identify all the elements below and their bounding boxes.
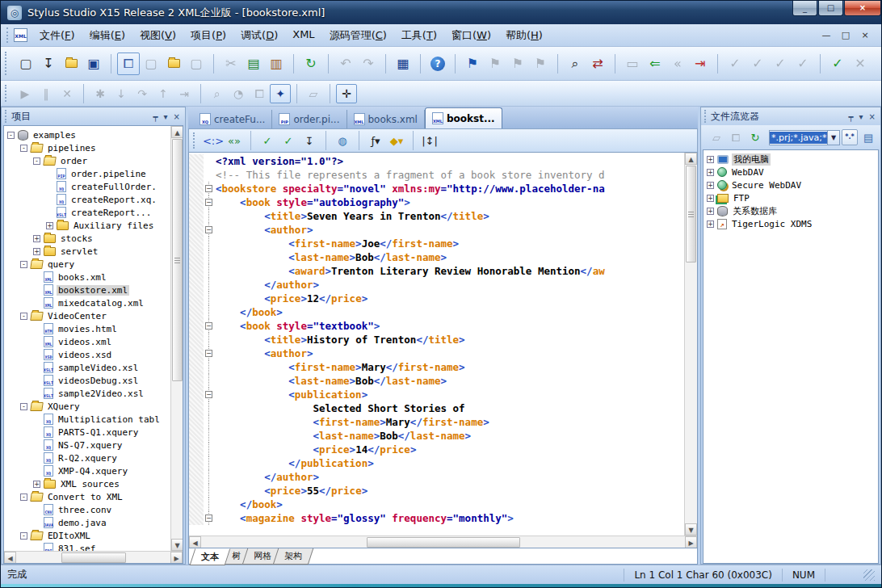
- scroll-down-arrow[interactable]: ▼: [685, 523, 697, 536]
- project-item-ns-q7.xquery[interactable]: XQNS-Q7.xquery: [6, 439, 170, 452]
- explorer-item-secure-webdav[interactable]: +Secure WebDAV: [705, 178, 878, 191]
- menu-item-帮助[interactable]: 帮助(H): [498, 26, 550, 45]
- minimize-button[interactable]: _: [792, 1, 817, 16]
- mdi-minimize-button[interactable]: —: [820, 30, 833, 40]
- selection-margin[interactable]: [189, 415, 204, 429]
- fold-collapse-icon[interactable]: −: [205, 391, 212, 398]
- selection-margin[interactable]: [189, 305, 204, 319]
- collapse-icon[interactable]: -: [20, 403, 27, 410]
- bookmark-button[interactable]: ⚑: [461, 52, 484, 75]
- editor-tab-order.pi...[interactable]: PIPorder.pi...: [272, 110, 346, 128]
- set-filter-button[interactable]: *.*: [842, 129, 858, 145]
- selection-margin[interactable]: [189, 154, 204, 168]
- functions-button[interactable]: ƒ▾: [365, 131, 386, 150]
- explorer-item-我的电脑[interactable]: +我的电脑: [705, 153, 878, 166]
- project-item-xmp-q4.xquery[interactable]: XQXMP-Q4.xquery: [6, 464, 170, 477]
- selection-margin[interactable]: [189, 209, 204, 223]
- resize-grip[interactable]: [863, 569, 875, 581]
- expand-icon[interactable]: +: [33, 235, 40, 242]
- menu-item-视图[interactable]: 视图(V): [132, 26, 183, 45]
- selection-margin[interactable]: [189, 470, 204, 484]
- debug-toolbar-grip[interactable]: [5, 85, 8, 103]
- scroll-right-arrow[interactable]: ▶: [170, 552, 183, 564]
- selection-margin[interactable]: [189, 429, 204, 443]
- selection-margin[interactable]: [189, 278, 204, 292]
- selection-margin[interactable]: [189, 168, 204, 182]
- project-item-examples[interactable]: -examples: [6, 128, 170, 141]
- panel-grip[interactable]: [704, 110, 707, 122]
- word-wrap-button[interactable]: «»: [224, 131, 245, 150]
- project-tree-vscrollbar[interactable]: ▲ ▼: [170, 126, 183, 551]
- toolbar-grip[interactable]: [5, 52, 8, 75]
- project-item-auxiliary-files[interactable]: +Auxiliary files: [6, 219, 170, 232]
- pretty-print-button[interactable]: <:>: [203, 131, 224, 150]
- fold-collapse-icon[interactable]: −: [205, 226, 212, 233]
- chevron-down-icon[interactable]: ▾: [164, 112, 168, 121]
- project-item-createreport.xq.[interactable]: XQcreateReport.xq.: [6, 193, 170, 206]
- collapse-icon[interactable]: -: [33, 158, 40, 165]
- project-item-samplevideo.xsl[interactable]: XSLTsampleVideo.xsl: [6, 361, 170, 374]
- goto-line-button[interactable]: ⇐: [644, 52, 666, 75]
- selection-margin[interactable]: [189, 264, 204, 278]
- expand-icon[interactable]: +: [707, 169, 714, 176]
- editor-tab-createfu...[interactable]: XQcreateFu...: [193, 110, 272, 128]
- collapse-icon[interactable]: -: [20, 313, 27, 320]
- editor-tab-books.xml[interactable]: XMLbooks.xml: [347, 110, 425, 128]
- explorer-item-关系数据库[interactable]: +关系数据库: [705, 204, 878, 217]
- selection-margin[interactable]: [189, 182, 204, 195]
- collapse-icon[interactable]: -: [20, 494, 27, 501]
- project-item-demo.java[interactable]: JAVAdemo.java: [6, 516, 170, 529]
- selection-margin[interactable]: [189, 456, 204, 470]
- selection-margin[interactable]: [189, 223, 204, 237]
- selection-margin[interactable]: [189, 237, 204, 250]
- project-item-xml-sources[interactable]: +XML sources: [6, 477, 170, 490]
- scroll-left-arrow[interactable]: ◀: [189, 536, 201, 548]
- import-document-button[interactable]: ↧: [37, 52, 60, 75]
- replace-button[interactable]: ⇄: [586, 52, 609, 75]
- title-bar[interactable]: ◎ Stylus Studio X15 Release 2 XML企业版 - […: [1, 1, 881, 24]
- chevron-down-icon[interactable]: ▾: [859, 112, 863, 121]
- scroll-thumb[interactable]: [61, 552, 126, 563]
- copy-path-button[interactable]: ▤: [859, 128, 877, 146]
- editor-hscrollbar[interactable]: ◀ ▶: [189, 536, 697, 548]
- selection-margin[interactable]: [189, 443, 204, 456]
- open-folder-button[interactable]: [60, 52, 82, 75]
- editor-tab-bookst...[interactable]: XMLbookst...: [425, 107, 502, 128]
- expand-icon[interactable]: +: [46, 222, 53, 229]
- copy-button[interactable]: ▤: [242, 52, 265, 75]
- selection-margin[interactable]: [189, 292, 204, 305]
- schema-mapping-button[interactable]: ◆▾: [386, 131, 407, 150]
- collapse-icon[interactable]: -: [20, 145, 27, 152]
- explorer-item-ftp[interactable]: +FTP: [705, 191, 878, 204]
- project-tree-hscrollbar[interactable]: ◀ ▶: [4, 551, 183, 563]
- project-item-sample2video.xsl[interactable]: XSLTsample2Video.xsl: [6, 387, 170, 400]
- match-tag-button[interactable]: |↕|: [419, 131, 440, 150]
- editor-toolbar-grip[interactable]: [193, 132, 196, 149]
- project-item-servlet[interactable]: +servlet: [6, 245, 170, 258]
- mdi-restore-button[interactable]: □: [839, 30, 852, 40]
- project-item-mixedcatalog.xml[interactable]: XMLmixedcatalog.xml: [6, 296, 170, 309]
- project-item-videosdebug.xsl[interactable]: XSLTvideosDebug.xsl: [6, 374, 170, 387]
- project-item-createfullorder.[interactable]: XQcreateFullOrder.: [6, 180, 170, 193]
- collapse-icon[interactable]: -: [20, 532, 27, 540]
- scroll-down-arrow[interactable]: ▼: [171, 539, 183, 551]
- menu-item-编辑[interactable]: 编辑(E): [82, 26, 132, 45]
- scroll-thumb[interactable]: [686, 166, 696, 262]
- project-item-videos.xml[interactable]: XMLvideos.xml: [6, 335, 170, 348]
- code-editor[interactable]: <?xml version="1.0"?><!-- This file repr…: [188, 153, 698, 548]
- selection-margin[interactable]: [189, 346, 204, 360]
- selection-margin[interactable]: [189, 498, 204, 511]
- scenario-properties-button[interactable]: ✦: [270, 84, 291, 103]
- menu-item-窗口[interactable]: 窗口(W): [444, 26, 498, 45]
- fold-collapse-icon[interactable]: −: [205, 199, 212, 206]
- find-button[interactable]: ⌕: [564, 52, 586, 75]
- project-item-bookstore.xml[interactable]: XMLbookstore.xml: [6, 284, 170, 296]
- expand-icon[interactable]: +: [707, 156, 714, 163]
- selection-margin[interactable]: [189, 319, 204, 333]
- fold-collapse-icon[interactable]: −: [205, 185, 212, 192]
- scroll-thumb[interactable]: [367, 537, 520, 548]
- editor-vscrollbar[interactable]: ▲ ▼: [684, 153, 697, 536]
- project-item-order[interactable]: -order: [6, 154, 170, 167]
- project-item-three.conv[interactable]: CNVthree.conv: [6, 503, 170, 516]
- selection-margin[interactable]: [189, 511, 204, 525]
